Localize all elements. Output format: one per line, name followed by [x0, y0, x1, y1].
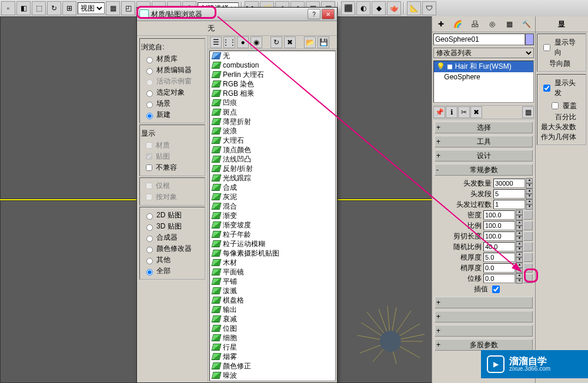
option-row[interactable]: 按对象: [141, 192, 203, 203]
map-button[interactable]: [523, 274, 533, 283]
tool-button[interactable]: 📐: [407, 1, 421, 15]
map-button[interactable]: [523, 253, 533, 262]
tool-button[interactable]: ◐: [356, 1, 370, 15]
tool-button[interactable]: ▦: [106, 1, 120, 15]
map-list-item[interactable]: 薄壁折射: [210, 117, 335, 126]
map-list-item[interactable]: RGB 染色: [210, 79, 335, 89]
show-guide-checkbox[interactable]: [543, 44, 550, 51]
tool-button[interactable]: ▫: [1, 1, 15, 15]
spinner[interactable]: ▴▾: [516, 263, 523, 273]
option-row[interactable]: 材质库: [141, 53, 203, 65]
map-list-item[interactable]: 顶点颜色: [210, 145, 335, 154]
map-list-item[interactable]: 衰减: [210, 314, 335, 324]
map-list-item[interactable]: 平面镜: [210, 267, 335, 277]
density-input[interactable]: [483, 210, 515, 220]
option-row[interactable]: 3D 贴图: [141, 221, 203, 232]
scale-map-button[interactable]: [523, 221, 533, 230]
spinner[interactable]: ▴▾: [516, 231, 523, 241]
tool-button[interactable]: 🫖: [387, 1, 401, 15]
map-list-item[interactable]: 反射/折射: [210, 164, 335, 173]
option-row[interactable]: 贴图: [141, 151, 203, 162]
rollout-tools[interactable]: +工具: [435, 136, 533, 147]
rollout-select[interactable]: +选择: [435, 122, 533, 133]
option-row[interactable]: 活动示例窗: [141, 76, 203, 87]
option-row[interactable]: 材质编辑器: [141, 65, 203, 76]
option-radio[interactable]: [146, 79, 153, 86]
map-button[interactable]: [523, 242, 533, 251]
option-checkbox[interactable]: [146, 142, 152, 149]
map-list-item[interactable]: 输出: [210, 305, 335, 314]
modifier-stack[interactable]: 💡 ◼ Hair 和 Fur(WSM) GeoSphere: [433, 61, 534, 103]
map-list-item[interactable]: 波浪: [210, 126, 335, 136]
unique-icon[interactable]: ✂: [458, 106, 470, 118]
map-list-item[interactable]: 细胞: [210, 333, 335, 342]
interp-checkbox[interactable]: [492, 285, 500, 293]
override-checkbox[interactable]: [552, 102, 559, 109]
tool-button[interactable]: ↻: [47, 1, 61, 15]
option-radio[interactable]: [146, 90, 153, 97]
map-list-item[interactable]: Perlin 大理石: [210, 70, 335, 79]
tool-button[interactable]: ⊞: [62, 1, 76, 15]
map-list-item[interactable]: 每像素摄影机贴图: [210, 248, 335, 258]
map-list-item[interactable]: 无: [210, 51, 335, 61]
option-checkbox[interactable]: [146, 164, 152, 171]
option-row[interactable]: 全部: [141, 266, 203, 277]
spinner[interactable]: ▴▾: [516, 220, 523, 231]
map-list-item[interactable]: 棋盘格: [210, 295, 335, 305]
map-list-item[interactable]: combustion: [210, 61, 335, 70]
map-list-item[interactable]: 合成: [210, 183, 335, 192]
motion-tab-icon[interactable]: ◎: [486, 18, 498, 30]
pin-stack-icon[interactable]: 📌: [433, 106, 445, 118]
tool-button[interactable]: ⬚: [32, 1, 46, 15]
map-list-item[interactable]: 光线跟踪: [210, 173, 335, 183]
hierarchy-tab-icon[interactable]: 品: [469, 18, 481, 30]
option-radio[interactable]: [146, 57, 153, 63]
option-radio[interactable]: [146, 213, 153, 220]
map-list-item[interactable]: 粒子年龄: [210, 230, 335, 239]
spinner[interactable]: ▴▾: [516, 210, 523, 220]
root-input[interactable]: [483, 253, 515, 262]
tool-button[interactable]: ◧: [16, 1, 31, 15]
rand-input[interactable]: [483, 242, 515, 251]
map-button[interactable]: [523, 263, 533, 273]
tool-button[interactable]: ◰: [121, 1, 135, 15]
hair-pass-input[interactable]: [493, 200, 525, 209]
map-list-item[interactable]: 混合: [210, 201, 335, 211]
option-checkbox[interactable]: [146, 194, 152, 200]
option-row[interactable]: 2D 贴图: [141, 210, 203, 221]
update-icon[interactable]: ↻: [270, 36, 282, 48]
map-list-item[interactable]: 灰泥: [210, 192, 335, 201]
map-list-item[interactable]: 泼溅: [210, 286, 335, 295]
view-list-icon[interactable]: ⋮⋮: [223, 36, 235, 48]
object-name-input[interactable]: [433, 33, 525, 45]
map-list-item[interactable]: 噪波: [210, 371, 335, 380]
map-list-item[interactable]: 粒子运动模糊: [210, 239, 335, 248]
map-list-item[interactable]: 法线凹凸: [210, 154, 335, 164]
option-row[interactable]: 新建: [141, 109, 203, 120]
view-small-icon[interactable]: ●: [237, 36, 249, 48]
map-list-item[interactable]: 斑点: [210, 107, 335, 117]
map-list-item[interactable]: 颜色修正: [210, 361, 335, 371]
modifier-list-select[interactable]: 修改器列表: [433, 48, 534, 58]
display-tab-icon[interactable]: ▦: [503, 18, 515, 30]
rollout-header[interactable]: +: [435, 311, 533, 322]
map-button[interactable]: [523, 231, 533, 241]
option-radio[interactable]: [146, 68, 153, 75]
stack-item-geosphere[interactable]: GeoSphere: [434, 72, 533, 82]
spinner[interactable]: ▴▾: [526, 178, 533, 189]
map-list-item[interactable]: 平铺: [210, 277, 335, 286]
hair-count-input[interactable]: [493, 179, 525, 188]
option-radio[interactable]: [146, 102, 153, 108]
option-row[interactable]: 颜色修改器: [141, 243, 203, 254]
option-radio[interactable]: [146, 258, 153, 264]
option-row[interactable]: 选定对象: [141, 87, 203, 98]
delete-icon[interactable]: ✖: [284, 36, 296, 48]
tool-button[interactable]: ⬛: [341, 1, 355, 15]
rollout-header[interactable]: +: [435, 297, 533, 308]
option-radio[interactable]: [146, 236, 153, 242]
option-row[interactable]: 材质: [141, 140, 203, 151]
option-checkbox[interactable]: [146, 183, 152, 189]
option-radio[interactable]: [146, 247, 153, 253]
map-button[interactable]: [523, 210, 533, 220]
map-list-item[interactable]: 大理石: [210, 136, 335, 145]
